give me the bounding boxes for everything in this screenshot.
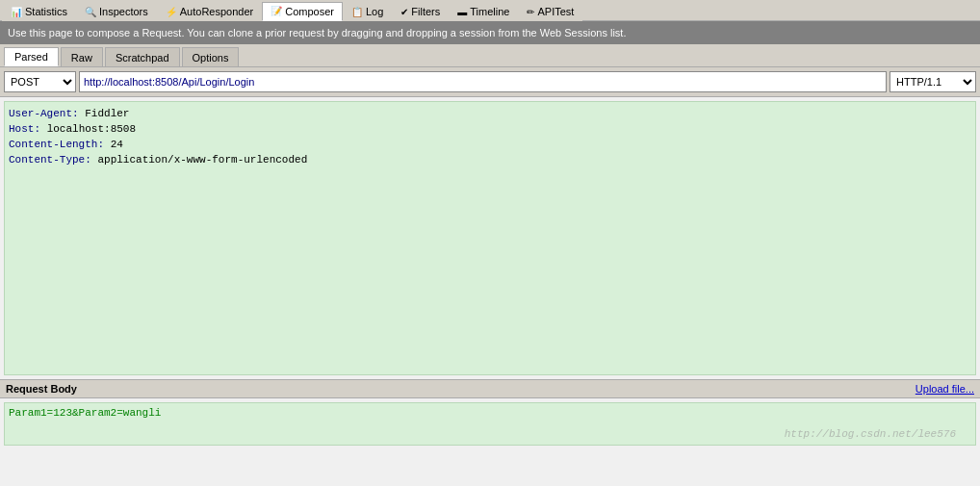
tab-timeline-label: Timeline xyxy=(470,6,509,17)
body-input-area[interactable]: Param1=123&Param2=wangli http://blog.csd… xyxy=(4,402,976,446)
sub-tab-scratchpad[interactable]: Scratchpad xyxy=(105,47,180,66)
sub-tab-options-label: Options xyxy=(193,52,229,64)
app-container: 📊 Statistics 🔍 Inspectors ⚡ AutoResponde… xyxy=(0,0,980,446)
header-key-1: User-Agent: xyxy=(9,108,79,119)
sub-tab-options[interactable]: Options xyxy=(182,47,240,66)
url-bar: POST GET PUT DELETE HEAD OPTIONS PATCH H… xyxy=(0,67,980,97)
tab-log[interactable]: 📋 Log xyxy=(343,2,392,21)
tab-log-label: Log xyxy=(366,6,383,17)
tab-timeline[interactable]: ▬ Timeline xyxy=(449,2,518,21)
header-key-2: Host: xyxy=(9,123,40,135)
tab-filters-label: Filters xyxy=(411,6,440,17)
tab-inspectors-label: Inspectors xyxy=(99,6,148,17)
info-bar: Use this page to compose a Request. You … xyxy=(0,21,980,44)
composer-icon: 📝 xyxy=(271,6,282,16)
protocol-select[interactable]: HTTP/1.1 HTTP/1.0 HTTPS xyxy=(890,71,976,92)
sub-tab-raw-label: Raw xyxy=(71,52,92,64)
watermark: http://blog.csdn.net/lee576 xyxy=(785,428,956,440)
header-value-3: 24 xyxy=(111,139,123,150)
main-content: Parsed Raw Scratchpad Options POST GET P… xyxy=(0,44,980,446)
header-value-4: application/x-www-form-urlencoded xyxy=(97,154,307,166)
tab-composer-label: Composer xyxy=(285,6,334,17)
tab-apitest[interactable]: ✏ APITest xyxy=(518,2,582,21)
header-key-4: Content-Type: xyxy=(9,154,91,166)
header-value-2: localhost:8508 xyxy=(47,123,136,135)
sub-tab-parsed[interactable]: Parsed xyxy=(4,47,59,66)
body-content: Param1=123&Param2=wangli xyxy=(9,407,161,419)
sub-tabs: Parsed Raw Scratchpad Options xyxy=(0,44,980,67)
header-line-4: Content-Type: application/x-www-form-url… xyxy=(9,152,971,167)
tab-statistics-label: Statistics xyxy=(25,6,67,17)
header-value-1: Fiddler xyxy=(85,108,129,119)
apitest-icon: ✏ xyxy=(527,7,534,17)
url-input[interactable] xyxy=(79,71,887,92)
upload-file-link[interactable]: Upload file... xyxy=(916,383,974,395)
sub-tab-parsed-label: Parsed xyxy=(14,51,48,63)
timeline-icon: ▬ xyxy=(457,7,467,17)
tab-filters[interactable]: ✔ Filters xyxy=(392,2,449,21)
request-body-header: Request Body Upload file... xyxy=(0,379,980,398)
log-icon: 📋 xyxy=(351,7,363,17)
tab-autoresponder-label: AutoResponder xyxy=(180,6,253,17)
inspectors-icon: 🔍 xyxy=(85,7,96,17)
statistics-icon: 📊 xyxy=(11,7,22,17)
header-line-3: Content-Length: 24 xyxy=(9,137,971,152)
sub-tab-raw[interactable]: Raw xyxy=(61,47,103,66)
header-key-3: Content-Length: xyxy=(9,139,104,150)
request-body-label: Request Body xyxy=(6,383,77,395)
tab-composer[interactable]: 📝 Composer xyxy=(262,2,343,21)
sub-tab-scratchpad-label: Scratchpad xyxy=(116,52,169,64)
tab-apitest-label: APITest xyxy=(537,6,574,17)
autoresponder-icon: ⚡ xyxy=(166,7,177,17)
filters-icon: ✔ xyxy=(400,7,408,17)
method-select[interactable]: POST GET PUT DELETE HEAD OPTIONS PATCH xyxy=(4,71,76,92)
info-bar-text: Use this page to compose a Request. You … xyxy=(8,27,626,38)
header-line-1: User-Agent: Fiddler xyxy=(9,106,971,121)
header-line-2: Host: localhost:8508 xyxy=(9,121,971,137)
tab-inspectors[interactable]: 🔍 Inspectors xyxy=(76,2,157,21)
top-nav: 📊 Statistics 🔍 Inspectors ⚡ AutoResponde… xyxy=(0,0,980,21)
tab-autoresponder[interactable]: ⚡ AutoResponder xyxy=(157,2,262,21)
tab-statistics[interactable]: 📊 Statistics xyxy=(2,2,76,21)
headers-area[interactable]: User-Agent: Fiddler Host: localhost:8508… xyxy=(4,101,976,375)
